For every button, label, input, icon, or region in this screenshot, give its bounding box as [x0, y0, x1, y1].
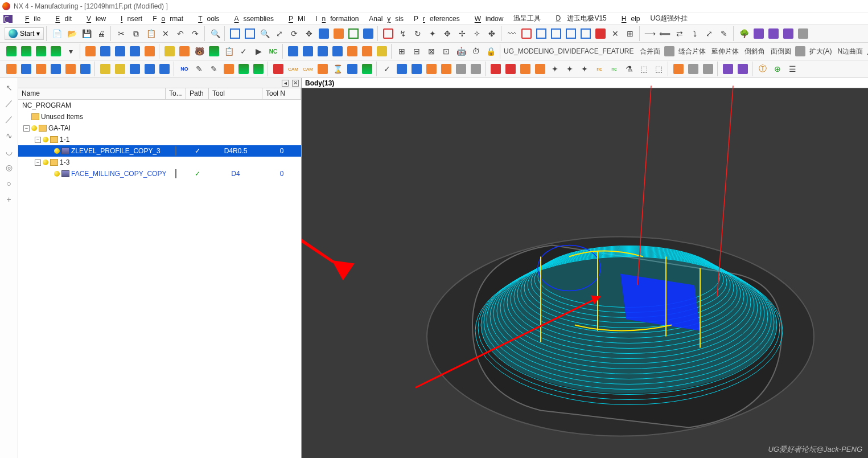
- print-button[interactable]: 🖨: [94, 27, 108, 40]
- start-button[interactable]: Start ▾: [5, 27, 44, 40]
- side-tool-spline[interactable]: ∿: [3, 129, 15, 142]
- sel-solid-button[interactable]: [579, 27, 593, 40]
- sel-red-button[interactable]: [594, 27, 607, 40]
- tree-unused[interactable]: Unused Items: [18, 111, 301, 122]
- t3-c3[interactable]: ✎: [207, 62, 221, 76]
- t3-a3[interactable]: [34, 62, 48, 76]
- cam-create-tool-button[interactable]: [98, 44, 112, 58]
- t3-e4[interactable]: [425, 62, 438, 76]
- cam-05-button[interactable]: [5, 44, 18, 58]
- trans-move-button[interactable]: ⟶: [643, 27, 657, 40]
- t3-d3[interactable]: ⌛: [331, 62, 344, 76]
- redo-button[interactable]: ↷: [188, 27, 202, 40]
- t3-a5[interactable]: [64, 62, 77, 76]
- sel-cross-button[interactable]: ✕: [608, 27, 622, 40]
- extend-label[interactable]: 延伸片体: [709, 47, 741, 56]
- t3-cam1[interactable]: CAM: [286, 62, 300, 76]
- cam-create-geom-button[interactable]: [113, 44, 127, 58]
- wcs-misc-button[interactable]: ✤: [485, 27, 499, 40]
- t3-b5[interactable]: [158, 62, 171, 76]
- cam-verify-button[interactable]: ✓: [237, 44, 250, 58]
- menu-pmi[interactable]: PMI: [279, 14, 310, 24]
- menu-preferences[interactable]: Preferences: [409, 14, 464, 24]
- t3-d1[interactable]: [271, 62, 285, 76]
- view-front-button[interactable]: [301, 44, 315, 58]
- col-to-header[interactable]: To...: [166, 88, 186, 99]
- menu-window[interactable]: Window: [466, 14, 508, 24]
- paste-button[interactable]: 📋: [144, 27, 158, 40]
- t3-b3[interactable]: [128, 62, 142, 76]
- side-tool-arc[interactable]: ◡: [3, 145, 15, 158]
- wcs-orient-button[interactable]: ↯: [396, 27, 410, 40]
- pan-button[interactable]: ✥: [302, 27, 316, 40]
- wcs-save-button[interactable]: ✢: [455, 27, 469, 40]
- t3-d2[interactable]: [316, 62, 330, 76]
- zoom-button[interactable]: 🔍: [258, 27, 271, 40]
- trans-scale-button[interactable]: ⤢: [702, 27, 716, 40]
- shaded-edges-button[interactable]: [361, 27, 375, 40]
- filter1-button[interactable]: [752, 27, 766, 40]
- t3-i2[interactable]: ⊕: [771, 62, 784, 76]
- t3-a4[interactable]: [49, 62, 63, 76]
- t3-a6[interactable]: [79, 62, 92, 76]
- cam-spread-button[interactable]: [207, 44, 221, 58]
- col-tooln-header[interactable]: Tool N: [262, 88, 301, 99]
- lock-button[interactable]: 🔒: [484, 44, 497, 58]
- menu-insert[interactable]: Insert: [112, 14, 147, 24]
- tree-button[interactable]: 🌳: [737, 27, 751, 40]
- t3-f3[interactable]: [519, 62, 532, 76]
- grid2-button[interactable]: ⊟: [410, 44, 423, 58]
- zoom-area-button[interactable]: [243, 27, 257, 40]
- sel-curve-button[interactable]: 〰: [505, 27, 519, 40]
- open-button[interactable]: 📂: [65, 27, 79, 40]
- t3-i1[interactable]: Ⓣ: [756, 62, 770, 76]
- side-tool-line1[interactable]: ／: [3, 97, 15, 110]
- timer-button[interactable]: ⏱: [469, 44, 483, 58]
- grid1-button[interactable]: ⊞: [395, 44, 409, 58]
- t3-c4[interactable]: [222, 62, 236, 76]
- t3-g2[interactable]: [686, 62, 700, 76]
- sel-face-button[interactable]: [520, 27, 533, 40]
- cam-dd-button[interactable]: ▾: [64, 44, 77, 58]
- t3-b4[interactable]: [143, 62, 157, 76]
- filter4-button[interactable]: [796, 27, 810, 40]
- enlarge-btn[interactable]: [795, 44, 806, 58]
- t3-f9[interactable]: nc: [607, 62, 621, 76]
- sel-body-button[interactable]: [534, 27, 548, 40]
- side-tool-circle[interactable]: ○: [3, 177, 15, 190]
- wcs-dynamic-button[interactable]: ✥: [441, 27, 454, 40]
- t3-a2[interactable]: [19, 62, 33, 76]
- t3-c6[interactable]: [252, 62, 265, 76]
- nav-tree[interactable]: NC_PROGRAM Unused Items −GA-TAI −1-1 ZLE…: [18, 100, 301, 458]
- tree-prog-1-1[interactable]: −1-1: [18, 134, 301, 145]
- nav-close-button[interactable]: ✕: [292, 80, 299, 87]
- t3-i3[interactable]: ☰: [785, 62, 799, 76]
- mergeface-label[interactable]: 合并面: [637, 47, 663, 56]
- grid4-button[interactable]: ⊡: [439, 44, 453, 58]
- col-path-header[interactable]: Path: [186, 88, 209, 99]
- rotate-button[interactable]: ⟳: [287, 27, 301, 40]
- trans-rotate-button[interactable]: ⤵: [688, 27, 701, 40]
- t3-f2[interactable]: [504, 62, 517, 76]
- cam-opt2-button[interactable]: [178, 44, 191, 58]
- t3-b2[interactable]: [113, 62, 127, 76]
- zoom-in-out-button[interactable]: ⤢: [273, 27, 286, 40]
- t3-c1[interactable]: NO: [178, 62, 191, 76]
- t3-b1[interactable]: [98, 62, 112, 76]
- tree-op-zlevel[interactable]: ZLEVEL_PROFILE_COPY_3 ✓ D4R0.5 0: [18, 145, 301, 157]
- wcs-origin-button[interactable]: ✦: [426, 27, 439, 40]
- menu-tools[interactable]: Tools: [189, 14, 224, 24]
- t3-f12[interactable]: ⬚: [652, 62, 665, 76]
- cam-nc-button[interactable]: NC: [266, 44, 280, 58]
- tree-prog-1-3[interactable]: −1-3: [18, 157, 301, 168]
- t3-g3[interactable]: [701, 62, 715, 76]
- cam-02-button[interactable]: [49, 44, 63, 58]
- menu-file[interactable]: File: [16, 14, 45, 24]
- view-iso-button[interactable]: [331, 44, 344, 58]
- tree-root[interactable]: NC_PROGRAM: [18, 100, 301, 111]
- t3-g1[interactable]: [672, 62, 685, 76]
- wcs-button[interactable]: [381, 27, 395, 40]
- nav-pin-button[interactable]: ◂: [282, 80, 289, 87]
- cam-play-button[interactable]: ▶: [252, 44, 265, 58]
- menu-jinyu[interactable]: D 进玉电极V15: [546, 13, 611, 24]
